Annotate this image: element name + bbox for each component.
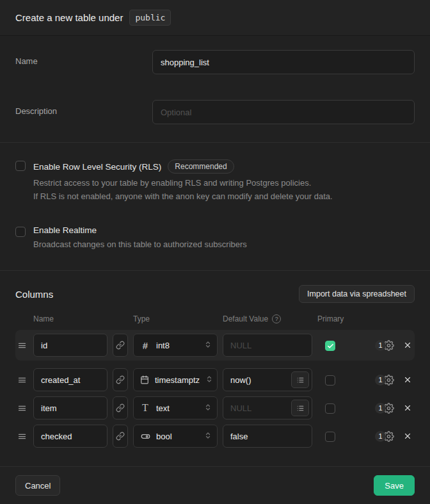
recommended-badge: Recommended	[168, 159, 234, 174]
foreign-key-icon[interactable]	[113, 334, 128, 357]
column-settings-button[interactable]: 1	[375, 375, 394, 386]
column-row-item: T text 1	[15, 396, 415, 419]
realtime-option: Enable Realtime Broadcast changes on thi…	[15, 225, 415, 252]
header-name: Name	[33, 314, 107, 323]
column-name-input[interactable]	[33, 396, 107, 419]
dialog-header: Create a new table under public	[0, 0, 430, 36]
save-button[interactable]: Save	[374, 475, 415, 496]
column-name-input[interactable]	[33, 334, 107, 357]
realtime-description: Broadcast changes on this table to autho…	[33, 238, 247, 252]
description-label: Description	[15, 100, 152, 116]
column-row-id: # int8 1	[15, 330, 415, 361]
boolean-icon	[140, 432, 150, 441]
import-spreadsheet-button[interactable]: Import data via spreadsheet	[299, 285, 415, 303]
column-settings-button[interactable]: 1	[375, 403, 394, 414]
rls-label: Enable Row Level Security (RLS)	[33, 162, 161, 172]
help-icon[interactable]: ?	[272, 314, 281, 323]
drag-handle-icon[interactable]	[15, 403, 28, 413]
drag-handle-icon[interactable]	[15, 341, 28, 350]
table-row: # int8 1	[15, 334, 415, 357]
schema-badge: public	[129, 10, 171, 26]
primary-checkbox[interactable]	[325, 403, 335, 414]
close-icon	[403, 403, 412, 412]
delete-column-button[interactable]	[403, 341, 412, 350]
realtime-label: Enable Realtime	[33, 225, 97, 235]
default-value-input[interactable]	[223, 425, 312, 448]
column-type-select[interactable]: # int8	[133, 334, 218, 357]
settings-count-badge: 1	[375, 340, 386, 351]
hash-icon: #	[140, 340, 150, 351]
settings-count-badge: 1	[375, 403, 386, 414]
chevron-updown-icon	[204, 432, 212, 441]
chevron-updown-icon	[205, 375, 213, 385]
dialog-footer: Cancel Save	[0, 466, 430, 504]
primary-checkbox[interactable]	[325, 375, 335, 386]
name-label: Name	[15, 50, 152, 66]
foreign-key-icon[interactable]	[113, 368, 128, 391]
name-row: Name	[15, 50, 415, 74]
primary-checkbox[interactable]	[325, 341, 335, 351]
column-type-select[interactable]: bool	[133, 425, 218, 448]
header-type: Type	[133, 314, 218, 323]
realtime-checkbox[interactable]	[15, 227, 26, 237]
table-name-input[interactable]	[152, 50, 415, 74]
default-value-input[interactable]	[223, 334, 312, 357]
close-icon	[403, 375, 412, 384]
delete-column-button[interactable]	[403, 375, 412, 384]
column-type-select[interactable]: T text	[133, 396, 218, 419]
column-name-input[interactable]	[33, 425, 107, 448]
calendar-icon	[140, 375, 149, 384]
table-description-input[interactable]	[152, 100, 415, 124]
table-info-section: Name Description	[0, 36, 430, 142]
column-row-checked: bool 1	[15, 425, 415, 448]
rls-description: Restrict access to your table by enablin…	[33, 177, 333, 204]
column-type-select[interactable]: timestamptz	[133, 368, 218, 391]
drag-handle-icon[interactable]	[15, 375, 28, 385]
delete-column-button[interactable]	[403, 403, 412, 412]
columns-header-row: Name Type Default Value ? Primary	[15, 314, 415, 323]
settings-count-badge: 1	[375, 375, 386, 386]
description-row: Description	[15, 100, 415, 124]
list-icon	[296, 376, 305, 384]
primary-checkbox[interactable]	[325, 432, 335, 442]
options-section: Enable Row Level Security (RLS) Recommen…	[0, 143, 430, 270]
header-primary: Primary	[317, 314, 343, 323]
delete-column-button[interactable]	[403, 432, 412, 441]
text-icon: T	[140, 402, 150, 414]
check-icon	[327, 343, 334, 350]
column-settings-button[interactable]: 1	[375, 431, 394, 442]
default-value-picker-button[interactable]	[291, 400, 309, 416]
column-row-created-at: timestamptz 1	[15, 368, 415, 391]
foreign-key-icon[interactable]	[113, 425, 128, 448]
header-default-value: Default Value	[223, 314, 268, 323]
cancel-button[interactable]: Cancel	[15, 475, 60, 496]
default-value-picker-button[interactable]	[291, 371, 309, 388]
list-icon	[296, 404, 305, 412]
close-icon	[403, 432, 412, 441]
chevron-updown-icon	[204, 403, 212, 413]
columns-section: Columns Import data via spreadsheet Name…	[0, 271, 430, 466]
drag-handle-icon[interactable]	[15, 432, 28, 441]
column-name-input[interactable]	[33, 368, 107, 391]
settings-count-badge: 1	[375, 431, 386, 442]
rls-option: Enable Row Level Security (RLS) Recommen…	[15, 159, 415, 204]
rls-checkbox[interactable]	[15, 161, 26, 171]
dialog-title: Create a new table under	[15, 12, 123, 23]
columns-title: Columns	[15, 289, 53, 300]
chevron-updown-icon	[204, 341, 212, 350]
foreign-key-icon[interactable]	[113, 396, 128, 419]
column-settings-button[interactable]: 1	[375, 340, 394, 351]
close-icon	[403, 341, 412, 350]
